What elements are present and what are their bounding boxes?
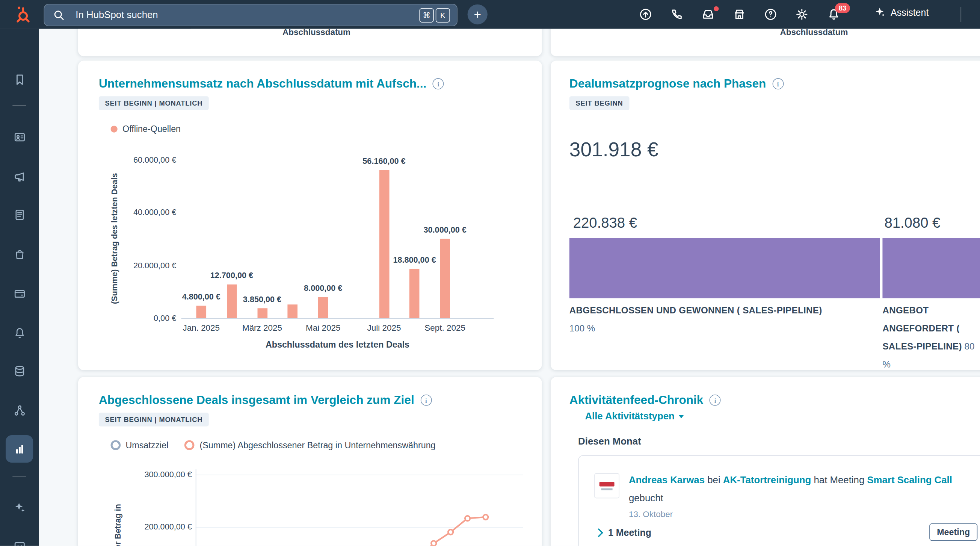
shopping-bag-icon[interactable] [11, 245, 28, 263]
y-axis-tick: 60.000,00 € [111, 155, 176, 165]
feed-date: 13. Oktober [629, 509, 673, 519]
expand-toggle[interactable]: 1 Meeting [594, 527, 651, 538]
help-icon[interactable] [759, 3, 782, 25]
bar-value-label: 56.160,00 € [347, 156, 422, 166]
legend-item-amount[interactable]: (Summe) Abgeschlossener Betrag in Untern… [185, 440, 436, 450]
y-axis-line [196, 469, 196, 546]
search-input[interactable] [74, 5, 339, 25]
cmd-key: ⌘ [419, 8, 433, 22]
date-range-badge: SEIT BEGINN [570, 96, 629, 110]
notification-dot [713, 5, 720, 13]
revenue-bar[interactable] [318, 297, 328, 318]
x-axis-title: Abschlussdatum des letzten Deals [181, 339, 494, 349]
dashboard-content: Abschlussdatum Abschlussdatum Unternehme… [39, 29, 980, 546]
company-link[interactable]: AK-Tatortreinigung [723, 474, 811, 485]
report-title[interactable]: Aktivitätenfeed-Chronik [570, 393, 703, 408]
activity-feed-card: Aktivitätenfeed-Chronik i Alle Aktivität… [550, 377, 980, 546]
legend-dot [111, 126, 118, 132]
code-icon[interactable] [11, 538, 28, 546]
legend-ring-gray [111, 440, 121, 450]
assistant-label: Assistent [891, 7, 929, 17]
forecast-total: 301.918 € [570, 138, 659, 162]
revenue-bar[interactable] [257, 308, 267, 318]
y-axis-tick: 300.000,00 € [122, 470, 192, 479]
y-axis-tick: 20.000,00 € [111, 261, 176, 270]
sidebar-divider [13, 476, 26, 477]
bell-icon[interactable] [11, 324, 28, 342]
bar-value-label: 30.000,00 € [407, 225, 483, 234]
funnel-stage-bar[interactable] [882, 238, 980, 298]
report-title[interactable]: Dealumsatzprognose nach Phasen [570, 77, 766, 91]
feed-item[interactable]: Andreas Karwas bei AK-Tatortreinigung ha… [578, 455, 980, 546]
gridline [196, 474, 523, 475]
report-title[interactable]: Unternehmensumsatz nach Abschlussdatum m… [99, 77, 426, 91]
revenue-bar[interactable] [440, 239, 450, 318]
partial-chart-card-right: Abschlussdatum [550, 29, 980, 56]
settings-gear-icon[interactable] [791, 3, 813, 25]
assistant-button[interactable]: Assistent [874, 6, 929, 18]
hubspot-dashboard: ⌘ K + 83 Assistent [0, 0, 980, 546]
stage-amount: 220.838 € [573, 215, 637, 231]
add-icon[interactable]: + [468, 5, 488, 24]
y-axis-label: (Summe) Betrag des letzten Deals [110, 157, 119, 320]
stage-name: ANGEBOT ANGEFORDERT ( SALES-PIPELINE) [882, 305, 962, 351]
meeting-tag[interactable]: Meeting [929, 524, 977, 541]
org-chart-icon[interactable] [11, 401, 28, 419]
bar-chart-icon[interactable] [6, 435, 33, 463]
revenue-bar[interactable] [196, 306, 206, 318]
revenue-plot: 4.800,00 €12.700,00 €3.850,00 €8.000,00 … [181, 160, 494, 319]
search-icon [52, 9, 65, 24]
logo-mark [601, 488, 612, 490]
company-logo-avatar [594, 473, 619, 499]
stage-label-block: ABGESCHLOSSEN UND GEWONNEN ( SALES-PIPEL… [570, 301, 870, 338]
contact-link[interactable]: Andreas Karwas [629, 474, 705, 485]
funnel-stage-bar[interactable] [570, 238, 880, 298]
legend-label: (Summe) Abgeschlossener Betrag in Untern… [200, 440, 436, 450]
bookmark-icon[interactable] [11, 71, 28, 88]
x-axis-tick: März 2025 [234, 323, 290, 333]
arrow-up-circle-icon[interactable] [635, 3, 657, 25]
revenue-bar[interactable] [409, 269, 420, 318]
info-icon[interactable]: i [420, 395, 431, 406]
x-axis-tick: Juli 2025 [356, 323, 412, 333]
keyboard-shortcut: ⌘ K [419, 8, 450, 22]
section-header: Diesen Monat [578, 436, 641, 447]
hubspot-logo[interactable] [13, 5, 31, 24]
chart-legend[interactable]: Offline-Quellen [111, 124, 181, 134]
phone-icon[interactable] [666, 3, 688, 25]
sparkles-icon[interactable] [11, 498, 28, 516]
info-icon[interactable]: i [710, 395, 721, 406]
revenue-report-card: Unternehmensumsatz nach Abschlussdatum m… [78, 60, 542, 370]
meeting-link[interactable]: Smart Scaling Call [867, 474, 952, 485]
revenue-bar[interactable] [379, 170, 389, 318]
logo-mark [600, 482, 614, 486]
stage-percent: 100 % [570, 319, 870, 337]
sparkle-icon [874, 6, 886, 18]
sidebar-nav [0, 29, 39, 546]
y-axis-label: (Summe) Abgeschlossener Betrag in Untern… [113, 496, 134, 546]
legend-item-goal[interactable]: Umsatzziel [111, 440, 169, 450]
topbar: ⌘ K + 83 Assistent [0, 0, 980, 29]
report-title[interactable]: Abgeschlossene Deals insgesamt im Vergle… [99, 393, 414, 408]
legend-label: Offline-Quellen [123, 124, 181, 134]
stage-amount: 81.080 € [884, 215, 940, 231]
contact-card-icon[interactable] [11, 128, 28, 146]
storefront-icon[interactable] [728, 3, 751, 25]
x-axis-title: Abschlussdatum [282, 29, 350, 37]
revenue-bar[interactable] [288, 304, 298, 318]
global-search: ⌘ K [44, 4, 458, 26]
payment-card-icon[interactable] [11, 285, 28, 302]
filter-label: Alle Aktivitätstypen [585, 411, 674, 422]
chevron-down-icon [679, 415, 684, 418]
document-icon[interactable] [11, 205, 28, 223]
topbar-divider [961, 7, 961, 22]
feed-sentence: Andreas Karwas bei AK-Tatortreinigung ha… [629, 471, 954, 507]
activity-type-filter[interactable]: Alle Aktivitätstypen [585, 411, 684, 422]
info-icon[interactable]: i [772, 78, 784, 89]
info-icon[interactable]: i [433, 78, 444, 89]
database-icon[interactable] [11, 362, 28, 379]
megaphone-icon[interactable] [11, 167, 28, 185]
feed-text: hat Meeting [814, 474, 864, 485]
partial-chart-card-left: Abschlussdatum [78, 29, 542, 56]
legend-ring-orange [185, 440, 195, 450]
